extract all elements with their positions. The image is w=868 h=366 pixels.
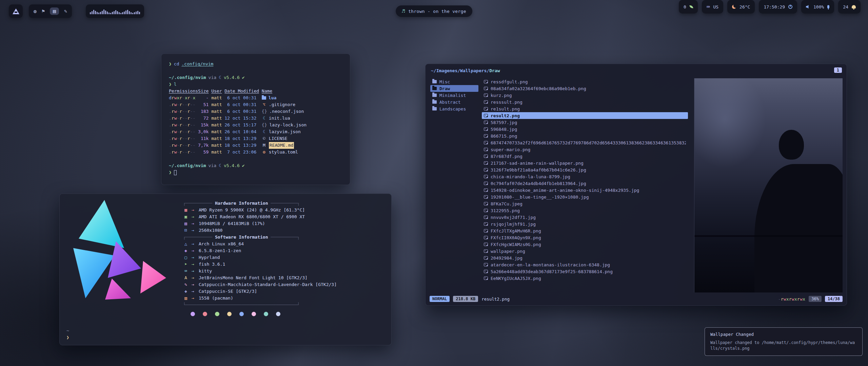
file-entry-name: super-mario.png: [491, 147, 530, 152]
arrow-icon: →: [192, 227, 196, 234]
info-icon: ▤: [183, 220, 189, 227]
workspace-icons: ◍⚑▤✎: [34, 7, 67, 15]
file-entry[interactable]: 3126f7e9bbf21a8a4af0b67b041c6e26.jpg: [482, 166, 688, 173]
file-entry[interactable]: ressdfgult.png: [482, 78, 688, 85]
ls-header: PermissionsSizeUserDate ModifiedName: [169, 88, 342, 95]
media-widget[interactable]: ♬ thrown - on the verge: [396, 5, 472, 17]
file-entry[interactable]: kurz.png: [482, 92, 688, 99]
file-entry[interactable]: chica-mirando-la-luna-8799.jpg: [482, 173, 688, 180]
file-entry[interactable]: resssult.png: [482, 99, 688, 105]
visualizer-bar: [137, 11, 138, 14]
file-entry[interactable]: 866715.png: [482, 133, 688, 139]
image-file-icon: [484, 107, 488, 110]
file-entry-name: 5a266e448add93deab367d87173e9f25-6837886…: [491, 269, 613, 274]
palette-dot: [227, 312, 232, 316]
file-entry[interactable]: rsjqojlmjhf91.jpg: [482, 221, 688, 227]
terminal-cursor[interactable]: [174, 170, 177, 175]
file-entry-name: re1sult.png: [491, 106, 520, 111]
sidebar-dir-misc[interactable]: Misc: [430, 78, 478, 85]
file-entry-name: EeNKYgIUcAAJ5JX.png: [491, 276, 541, 281]
file-entry[interactable]: 19201080-__blue-tinge__-1920×1080.jpg: [482, 194, 688, 200]
leaf-icon: [689, 5, 693, 9]
image-file-icon: [484, 148, 488, 151]
file-entry-name: FXfcJlTXgAMvH6R.png: [491, 228, 541, 233]
file-entry[interactable]: 5a266e448add93deab367d87173e9f25-6837886…: [482, 268, 688, 275]
file-entry[interactable]: 68747470733a2f2f696d616765732d7769786d70…: [482, 139, 688, 146]
file-entry-name: rsjqojlmjhf91.jpg: [491, 222, 536, 227]
file-entry[interactable]: result2.png: [482, 112, 688, 119]
arch-logo-icon: [13, 8, 19, 14]
workspace-three-icon[interactable]: ▤: [50, 7, 59, 15]
file-entry[interactable]: atardecer-en-la-montanas-ilustracion-634…: [482, 261, 688, 268]
file-entry[interactable]: 0c794faf07de24a4db4d4fb1eb813964.jpg: [482, 180, 688, 187]
palette-dot: [252, 312, 256, 316]
workspace-one-icon[interactable]: ◍: [34, 8, 37, 14]
file-entry[interactable]: FXfcII0X0AQyn9X.png: [482, 234, 688, 241]
file-entry[interactable]: 587597.jpg: [482, 119, 688, 126]
file-entry[interactable]: nnvuv0xj2df71.jpg: [482, 214, 688, 221]
file-entry[interactable]: 20492984.jpg: [482, 255, 688, 261]
workspace-two-icon[interactable]: ⚑: [42, 8, 45, 14]
folder-icon: [432, 80, 437, 83]
moon-icon: [732, 5, 736, 9]
file-entry[interactable]: re1sult.png: [482, 105, 688, 112]
file-size: 59: [198, 149, 209, 156]
workspace-four-icon[interactable]: ✎: [64, 8, 67, 14]
file-entry[interactable]: 08a634fa02a32364f69ebc86a98eb1eb.png: [482, 85, 688, 92]
size-badge: 218.8 KB: [453, 296, 478, 302]
file-entry-name: ressdfgult.png: [491, 79, 528, 84]
audio-visualizer-widget[interactable]: [86, 4, 144, 18]
temperature-module[interactable]: 26°C: [727, 0, 755, 14]
file-entry[interactable]: 3122955.png: [482, 207, 688, 214]
file-entry[interactable]: super-mario.png: [482, 146, 688, 153]
file-size: 7,7k: [198, 142, 209, 149]
file-size: 11k: [198, 135, 209, 142]
updates-count: 0: [684, 4, 686, 9]
status-modules: 0 ⌨ US 26°C 17:50:29 100% 24: [679, 0, 861, 14]
file-entry[interactable]: 217167-sad-anime-rain-wallpaper.png: [482, 160, 688, 166]
sidebar-dir-landscapes[interactable]: Landscapes: [430, 105, 478, 112]
sidebar-dir-abstract[interactable]: Abstract: [430, 99, 478, 105]
clock-module[interactable]: 17:50:29: [759, 0, 797, 14]
file-type-icon: ☾: [262, 128, 267, 135]
folder-icon: [432, 107, 437, 110]
arrow-icon: →: [192, 254, 196, 261]
file-entry[interactable]: 596848.jpg: [482, 126, 688, 133]
launcher-button[interactable]: [9, 4, 23, 18]
file-permissions: .rw-r--r--: [169, 128, 195, 135]
image-file-icon: [484, 141, 488, 144]
keyboard-layout-module[interactable]: ⌨ US: [702, 0, 723, 14]
image-file-icon: [484, 188, 488, 192]
file-name-text: lazyvim.json: [269, 128, 301, 135]
sidebar-dir-minimalist[interactable]: Minimalist: [430, 92, 478, 99]
file-size: 15k: [198, 122, 209, 128]
file-entry[interactable]: EeNKYgIUcAAJ5JX.png: [482, 275, 688, 282]
updates-module[interactable]: 0: [679, 0, 698, 14]
info-row: ✎→Catppuccin-Macchiato-Standard-Lavender…: [183, 281, 337, 288]
file-owner: matt: [211, 128, 222, 135]
prompt-char: ❯: [169, 81, 172, 88]
notifications-count: 24: [843, 4, 848, 9]
clock-icon: [788, 5, 792, 9]
file-permissions: .rw-r--r--: [169, 142, 195, 149]
file-entry[interactable]: 87r687df.png: [482, 153, 688, 160]
file-date: 7 oct 23:06: [224, 149, 259, 156]
image-file-icon: [484, 100, 488, 104]
notification-popup[interactable]: Wallpaper Changed Wallpaper changed to /…: [705, 327, 863, 356]
notifications-module[interactable]: 24: [838, 0, 861, 14]
info-value: 1558 (pacman): [199, 295, 233, 302]
file-entry[interactable]: FXfcHgcWIAMzs0G.png: [482, 241, 688, 248]
dir-name: Minimalist: [439, 93, 466, 98]
volume-module[interactable]: 100%: [801, 0, 834, 14]
listing-row: .rw-r--r--3,0kmatt26 oct 10:04☾lazyvim.j…: [169, 128, 342, 135]
status-bar: NORMAL 218.8 KB result2.png -rwxrwxrwx 3…: [430, 295, 843, 303]
file-entry[interactable]: 154928-odinokoe_anime-art-anime-okno-sin…: [482, 187, 688, 194]
prompt-char: ❯: [66, 334, 69, 341]
file-entry[interactable]: wallpaper.png: [482, 248, 688, 255]
file-entry[interactable]: FXfcJlTXgAMvH6R.png: [482, 227, 688, 234]
palette-dot: [264, 312, 268, 316]
info-value: Arch Linux x86_64: [199, 241, 244, 247]
keyboard-icon: ⌨: [707, 4, 710, 10]
file-entry[interactable]: 8FKa7Cu.jpeg: [482, 200, 688, 207]
sidebar-dir-draw[interactable]: Draw: [430, 85, 478, 92]
